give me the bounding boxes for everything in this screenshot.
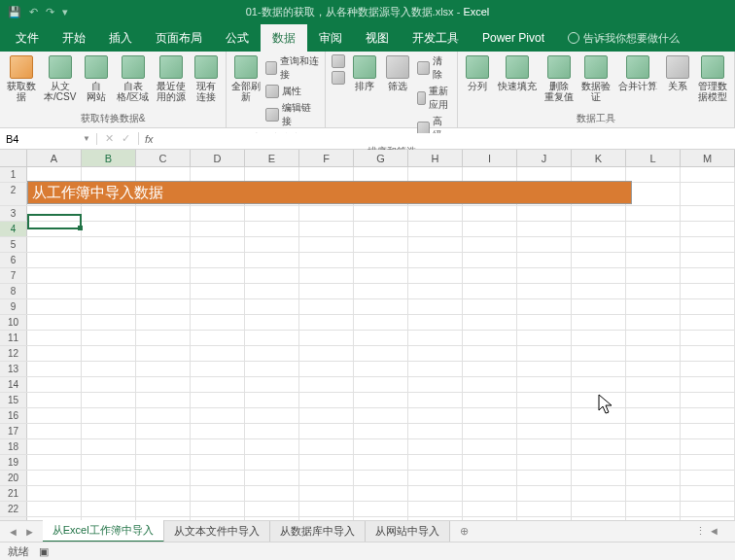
cell[interactable] (27, 346, 82, 361)
cell[interactable] (136, 284, 191, 298)
cell[interactable] (82, 486, 136, 501)
cell[interactable] (299, 167, 354, 182)
col-header[interactable]: A (27, 150, 82, 166)
sheet-tab[interactable]: 从文本文件中导入 (164, 521, 270, 542)
cell[interactable] (299, 284, 354, 298)
cell[interactable] (354, 455, 408, 470)
cell[interactable] (626, 284, 681, 298)
cell[interactable] (626, 455, 681, 470)
cell[interactable] (463, 331, 517, 345)
row-header[interactable]: 3 (0, 206, 27, 221)
cell[interactable] (572, 299, 626, 314)
cell[interactable] (626, 206, 681, 221)
cell[interactable] (463, 362, 517, 376)
cell[interactable] (463, 439, 517, 454)
qat-more-icon[interactable]: ▾ (62, 6, 68, 18)
cell[interactable] (517, 315, 572, 330)
cell[interactable] (136, 253, 191, 267)
cell[interactable] (626, 362, 681, 376)
col-header[interactable]: D (191, 150, 245, 166)
cell[interactable] (354, 206, 408, 221)
cell[interactable] (82, 377, 136, 392)
cell[interactable] (299, 377, 354, 392)
cell[interactable] (82, 206, 136, 221)
cell[interactable] (572, 424, 626, 438)
cell[interactable] (354, 299, 408, 314)
cell[interactable] (517, 439, 572, 454)
cell[interactable] (408, 167, 463, 182)
cell[interactable] (191, 424, 245, 438)
row-header[interactable]: 11 (0, 331, 27, 345)
cell[interactable] (82, 439, 136, 454)
cell[interactable] (299, 268, 354, 283)
cell[interactable] (626, 439, 681, 454)
cell[interactable] (191, 222, 245, 236)
cell[interactable] (299, 331, 354, 345)
cell[interactable] (354, 167, 408, 182)
row-header[interactable]: 21 (0, 486, 27, 501)
cell[interactable] (408, 424, 463, 438)
cell[interactable] (82, 237, 136, 252)
cell[interactable] (626, 471, 681, 485)
cell[interactable] (136, 222, 191, 236)
cell[interactable] (82, 167, 136, 182)
cell[interactable] (681, 424, 735, 438)
cell[interactable] (463, 315, 517, 330)
cell[interactable] (408, 471, 463, 485)
cell[interactable] (354, 377, 408, 392)
cell[interactable] (681, 222, 735, 236)
queries-connections-button[interactable]: 查询和连接 (263, 53, 321, 83)
cell[interactable] (681, 377, 735, 392)
reapply-button[interactable]: 重新应用 (415, 84, 453, 113)
cell[interactable] (463, 222, 517, 236)
cell[interactable] (299, 206, 354, 221)
cell[interactable] (82, 362, 136, 376)
cell[interactable] (136, 206, 191, 221)
sheet-nav[interactable]: ◄► (0, 526, 43, 538)
col-header[interactable]: F (299, 150, 354, 166)
col-header[interactable]: H (408, 150, 463, 166)
cell[interactable] (626, 502, 681, 516)
cell[interactable] (245, 424, 299, 438)
tab-formulas[interactable]: 公式 (214, 24, 261, 52)
tab-file[interactable]: 文件 (4, 24, 51, 52)
cell[interactable] (408, 439, 463, 454)
cell[interactable] (681, 183, 735, 205)
cell[interactable] (82, 284, 136, 298)
cell[interactable] (463, 284, 517, 298)
cell[interactable] (245, 268, 299, 283)
cell[interactable] (681, 206, 735, 221)
cell[interactable] (82, 393, 136, 407)
cell[interactable] (27, 377, 82, 392)
cell[interactable] (681, 284, 735, 298)
cell[interactable] (245, 393, 299, 407)
consolidate-button[interactable]: 合并计算 (615, 53, 660, 93)
tab-data[interactable]: 数据 (261, 24, 307, 52)
row-header[interactable]: 2 (0, 183, 27, 205)
save-icon[interactable]: 💾 (8, 6, 21, 18)
cell[interactable] (299, 486, 354, 501)
col-header[interactable]: L (626, 150, 681, 166)
row-header[interactable]: 19 (0, 455, 27, 470)
cell[interactable] (27, 299, 82, 314)
cell[interactable] (517, 268, 572, 283)
cell[interactable] (299, 424, 354, 438)
cell[interactable] (136, 393, 191, 407)
cell[interactable] (354, 471, 408, 485)
clear-filter-button[interactable]: 清除 (415, 53, 453, 83)
cell[interactable] (572, 486, 626, 501)
cell[interactable] (27, 362, 82, 376)
cell[interactable] (517, 455, 572, 470)
flash-fill-button[interactable]: 快速填充 (495, 53, 540, 93)
cell[interactable] (27, 253, 82, 267)
cell[interactable] (191, 502, 245, 516)
cell[interactable] (517, 362, 572, 376)
edit-links-button[interactable]: 编辑链接 (263, 100, 321, 129)
cell[interactable] (626, 183, 681, 205)
spreadsheet-grid[interactable]: A B C D E F G H I J K L M 12345678910111… (0, 150, 735, 536)
banner-merged-cell[interactable]: 从工作簿中导入数据 (27, 181, 632, 204)
cell[interactable] (626, 268, 681, 283)
cell[interactable] (245, 346, 299, 361)
cell[interactable] (191, 315, 245, 330)
cell[interactable] (681, 502, 735, 516)
